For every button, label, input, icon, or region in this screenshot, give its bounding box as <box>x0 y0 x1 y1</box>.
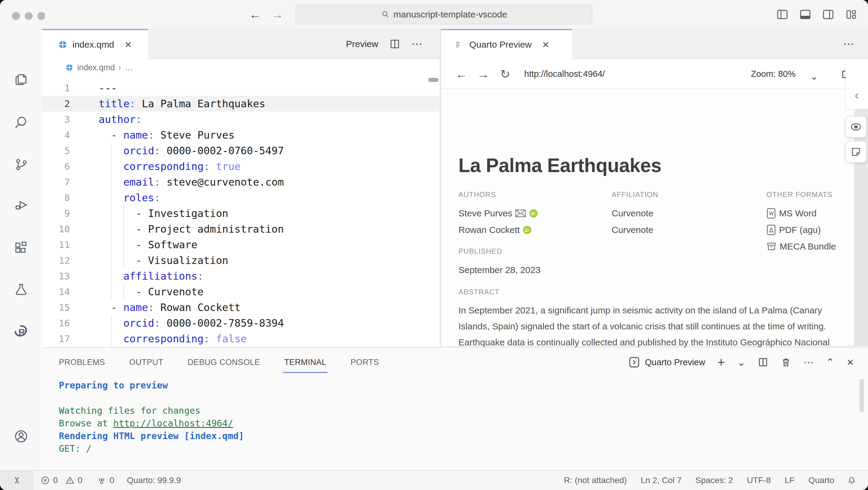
extensions-icon[interactable] <box>13 240 29 256</box>
r-status[interactable]: R: (not attached) <box>564 476 627 485</box>
terminal-session[interactable]: Quarto Preview <box>628 356 705 368</box>
preview-back-icon[interactable]: ← <box>456 67 467 81</box>
tab-index-qmd[interactable]: index.qmd ✕ <box>42 29 148 59</box>
breadcrumb-symbol[interactable]: … <box>125 63 133 72</box>
kill-terminal-trash-icon[interactable] <box>780 357 792 368</box>
code-line[interactable]: 12 - Visualization <box>42 253 440 268</box>
language-mode-status[interactable]: Quarto <box>808 476 834 485</box>
more-actions-icon[interactable]: ⋯ <box>411 38 422 50</box>
code-line[interactable]: 2title: La Palma Earthquakes <box>42 96 440 111</box>
code-line[interactable]: 8 roles: <box>42 190 440 205</box>
run-debug-icon[interactable] <box>13 197 29 213</box>
preview-forward-icon[interactable]: → <box>477 67 489 81</box>
word-format-icon: W <box>766 208 776 219</box>
terminal-dropdown-chevron-icon[interactable]: ⌄ <box>737 356 746 368</box>
remote-indicator[interactable] <box>0 471 34 490</box>
editor-scrollbar-thumb[interactable] <box>428 78 438 82</box>
panel-tab-ports[interactable]: PORTS <box>350 348 379 377</box>
maximize-panel-chevron-icon[interactable]: ⌃ <box>826 356 835 368</box>
tab-quarto-preview[interactable]: Quarto Preview ✕ <box>441 29 572 59</box>
eol-status[interactable]: LF <box>785 476 795 485</box>
indentation-status[interactable]: Spaces: 2 <box>695 476 733 485</box>
traffic-light-minimize-icon[interactable] <box>25 12 33 20</box>
tab-close-icon[interactable]: ✕ <box>542 39 550 50</box>
terminal-scrollbar-thumb[interactable] <box>860 379 864 412</box>
mail-icon[interactable] <box>515 209 526 218</box>
preview-eye-button[interactable] <box>845 116 867 138</box>
terminal-line <box>59 392 244 404</box>
code-line[interactable]: 5 orcid: 0000-0002-0760-5497 <box>42 143 440 159</box>
cursor-position-status[interactable]: Ln 2, Col 7 <box>641 476 681 485</box>
split-terminal-icon[interactable] <box>757 357 769 368</box>
panel-tab-problems[interactable]: PROBLEMS <box>59 348 105 377</box>
panel-more-actions-icon[interactable]: ⋯ <box>803 356 814 368</box>
quarto-version-status[interactable]: Quarto: 99.9.9 <box>127 476 181 485</box>
toggle-primary-sidebar-icon[interactable] <box>776 8 789 21</box>
panel-tab-terminal[interactable]: TERMINAL <box>284 348 326 377</box>
code-line[interactable]: 1--- <box>42 80 440 96</box>
code-text: - Software <box>99 237 197 253</box>
traffic-light-zoom-icon[interactable] <box>37 12 45 20</box>
preview-button[interactable]: Preview <box>346 39 378 49</box>
zoom-level[interactable]: Zoom: 80% <box>751 69 796 79</box>
breadcrumb-file[interactable]: index.qmd <box>77 63 115 72</box>
tab-close-icon[interactable]: ✕ <box>124 39 132 50</box>
ports-status[interactable]: 0 <box>97 476 114 485</box>
ports-count: 0 <box>110 476 114 485</box>
code-line[interactable]: 3author: <box>42 111 440 127</box>
code-line[interactable]: 17 corresponding: false <box>42 331 440 347</box>
preview-url[interactable]: http://localhost:4964/ <box>524 69 605 79</box>
code-line[interactable]: 9 - Investigation <box>42 205 440 221</box>
code-editor[interactable]: 1---2title: La Palma Earthquakes3author:… <box>42 76 440 347</box>
orcid-icon[interactable]: iD <box>529 209 538 218</box>
code-line[interactable]: 4 - name: Steve Purves <box>42 127 440 143</box>
format-link-pdf[interactable]: PDF (agu) <box>766 222 836 238</box>
search-sidebar-icon[interactable] <box>13 115 29 131</box>
code-line[interactable]: 13 affiliations: <box>42 268 440 284</box>
encoding-status[interactable]: UTF-8 <box>747 476 771 485</box>
close-panel-icon[interactable]: ✕ <box>846 357 854 368</box>
terminal-link[interactable]: http://localhost:4964/ <box>114 418 233 428</box>
account-icon[interactable] <box>13 428 29 444</box>
r-language-icon[interactable]: R <box>13 323 29 339</box>
explorer-icon[interactable] <box>13 72 29 88</box>
customize-layout-icon[interactable] <box>844 8 858 21</box>
preview-note-button[interactable] <box>845 141 867 163</box>
breadcrumb[interactable]: index.qmd › … <box>42 59 440 76</box>
code-line[interactable]: 15 - name: Rowan Cockett <box>42 299 440 315</box>
format-link-word[interactable]: WMS Word <box>766 205 836 222</box>
line-number: 3 <box>42 111 70 127</box>
code-line[interactable]: 11 - Software <box>42 237 440 253</box>
zoom-chevron-down-icon[interactable]: ⌄ <box>810 70 818 83</box>
code-line[interactable]: 6 corresponding: true <box>42 159 440 174</box>
collapse-chevron-left-icon[interactable] <box>852 92 862 101</box>
testing-beaker-icon[interactable] <box>13 282 29 297</box>
toggle-panel-icon[interactable] <box>799 8 812 21</box>
affiliation-value: Curvenote <box>612 222 658 238</box>
split-editor-icon[interactable] <box>389 38 401 50</box>
command-center-search[interactable]: manuscript-template-vscode <box>296 4 592 24</box>
code-line[interactable]: 14 - Curvenote <box>42 284 440 299</box>
problems-status[interactable]: 0 0 <box>40 476 82 485</box>
line-number: 7 <box>42 174 70 190</box>
code-line[interactable]: 7 email: steve@curvenote.com <box>42 174 440 190</box>
preview-refresh-icon[interactable]: ↻ <box>500 67 510 81</box>
format-link-meca[interactable]: MECA Bundle <box>766 238 836 255</box>
affiliation-value: Curvenote <box>612 205 658 222</box>
toggle-secondary-sidebar-icon[interactable] <box>822 8 835 21</box>
remote-icon <box>12 475 22 486</box>
code-line[interactable]: 16 orcid: 0000-0002-7859-8394 <box>42 315 440 331</box>
new-terminal-icon[interactable]: + <box>717 355 725 370</box>
code-line[interactable]: 10 - Project administration <box>42 221 440 237</box>
history-back-icon[interactable]: ← <box>249 8 261 21</box>
history-forward-icon[interactable]: → <box>272 8 283 21</box>
panel-tab-debug-console[interactable]: DEBUG CONSOLE <box>188 348 260 377</box>
published-label: PUBLISHED <box>459 246 540 257</box>
preview-toolbar: ← → ↻ http://localhost:4964/ Zoom: 80% ⌄ <box>441 59 868 89</box>
traffic-light-close-icon[interactable] <box>12 12 20 20</box>
more-actions-icon[interactable]: ⋯ <box>843 38 854 50</box>
orcid-icon[interactable]: iD <box>523 225 532 234</box>
source-control-icon[interactable] <box>13 157 29 172</box>
notifications-bell[interactable] <box>847 476 857 485</box>
panel-tab-output[interactable]: OUTPUT <box>129 348 163 377</box>
